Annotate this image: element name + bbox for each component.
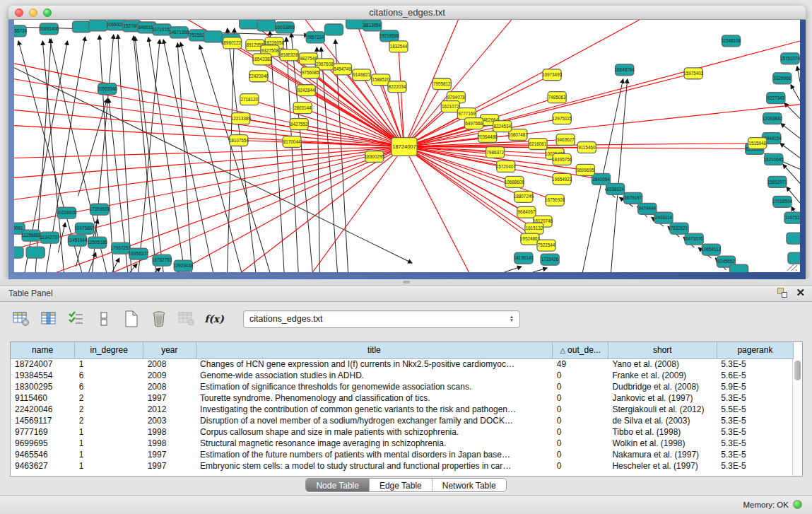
- network-edge[interactable]: [228, 28, 235, 272]
- network-node[interactable]: [729, 264, 748, 272]
- network-node[interactable]: [788, 252, 800, 264]
- network-node[interactable]: 18807249: [514, 191, 534, 202]
- table-row[interactable]: 1872400712008Changes of HCN gene express…: [11, 358, 794, 370]
- network-node[interactable]: 1588520: [372, 74, 390, 86]
- network-node[interactable]: 12505185: [88, 237, 108, 248]
- network-node[interactable]: 20891406: [39, 23, 59, 35]
- network-node[interactable]: 10975887: [74, 223, 95, 234]
- network-node[interactable]: 11342737: [40, 232, 59, 243]
- network-node[interactable]: 11451944: [68, 235, 88, 246]
- column-header-outde[interactable]: △out_de...: [553, 342, 608, 358]
- close-panel-icon[interactable]: ✕: [796, 288, 805, 298]
- network-node[interactable]: [346, 20, 365, 29]
- tab-node-table[interactable]: Node Table: [306, 479, 369, 491]
- network-node[interactable]: 16782753: [152, 255, 172, 266]
- network-node[interactable]: 8427552: [290, 119, 308, 130]
- new-table-button[interactable]: [122, 309, 141, 329]
- network-node[interactable]: 14671358: [169, 27, 189, 38]
- network-node[interactable]: 9463627: [556, 134, 575, 146]
- network-node[interactable]: 18495756: [552, 153, 572, 165]
- function-builder-button[interactable]: f(x): [204, 309, 224, 329]
- network-node[interactable]: 8224534: [493, 121, 512, 132]
- network-node[interactable]: 7955812: [433, 78, 451, 90]
- network-node[interactable]: 1515948: [748, 138, 767, 149]
- float-panel-icon[interactable]: [777, 288, 787, 298]
- network-edge[interactable]: [118, 35, 131, 272]
- network-node[interactable]: [72, 21, 90, 33]
- network-node[interactable]: 19654923: [552, 173, 572, 185]
- network-node[interactable]: 11548108: [722, 35, 741, 47]
- network-node[interactable]: 24055724: [14, 25, 28, 37]
- network-edge[interactable]: [317, 47, 319, 272]
- network-node[interactable]: 15720407: [496, 160, 517, 172]
- network-node[interactable]: 20206536: [57, 207, 77, 218]
- table-row[interactable]: 1938455462009Genome-wide association stu…: [11, 370, 794, 381]
- network-node[interactable]: [257, 20, 276, 31]
- network-node[interactable]: [204, 31, 222, 42]
- network-edge[interactable]: [404, 146, 469, 272]
- network-canvas[interactable]: 2405572420891406106532871527602846616010…: [14, 20, 800, 272]
- network-node[interactable]: 8186328: [280, 49, 298, 61]
- network-node[interactable]: [787, 233, 800, 244]
- network-node[interactable]: 7632621: [670, 223, 688, 234]
- import-table-button[interactable]: [177, 309, 196, 329]
- network-node[interactable]: 16958107: [129, 248, 149, 259]
- table-row[interactable]: 1830029562008Estimation of significance …: [11, 381, 794, 392]
- network-node[interactable]: 1167531: [784, 212, 800, 223]
- close-window-button[interactable]: [15, 8, 23, 17]
- network-node[interactable]: 9474444: [638, 203, 657, 214]
- network-edge[interactable]: [286, 37, 298, 272]
- network-node[interactable]: 1621072: [441, 101, 459, 112]
- zoom-window-button[interactable]: [43, 8, 52, 17]
- network-node[interactable]: 7522544: [537, 240, 555, 251]
- tab-network-table[interactable]: Network Table: [432, 479, 506, 491]
- network-node[interactable]: 15692971: [767, 176, 788, 187]
- network-node[interactable]: 2803144: [293, 103, 312, 114]
- network-node[interactable]: 8471676: [685, 233, 703, 245]
- network-node[interactable]: 9756085: [301, 67, 319, 78]
- network-node[interactable]: 16210645: [764, 153, 784, 165]
- network-node[interactable]: 8938924: [606, 183, 625, 194]
- network-node[interactable]: 8222034: [388, 81, 406, 93]
- network-node[interactable]: 9827548: [299, 53, 317, 64]
- network-node[interactable]: 12213389: [231, 113, 252, 124]
- scrollbar-thumb[interactable]: [794, 361, 801, 380]
- network-node[interactable]: 1832544: [389, 41, 408, 52]
- column-header-name[interactable]: name: [11, 342, 75, 358]
- network-node[interactable]: 6216061: [529, 139, 547, 150]
- network-edge[interactable]: [505, 267, 522, 272]
- network-node[interactable]: 16543382: [252, 54, 273, 65]
- network-node[interactable]: 7485063: [548, 92, 566, 103]
- network-node[interactable]: 10688609: [505, 176, 525, 187]
- row-height-button[interactable]: [94, 309, 114, 329]
- table-row[interactable]: 946554611997Estimation of the future num…: [11, 449, 794, 460]
- network-edge[interactable]: [114, 146, 404, 272]
- memory-ok-indicator[interactable]: [793, 500, 802, 509]
- network-hub-node[interactable]: 18724007: [392, 138, 417, 156]
- network-node[interactable]: 22420046: [249, 71, 269, 82]
- network-edge[interactable]: [533, 268, 547, 272]
- network-node[interactable]: 9115460: [577, 142, 596, 153]
- network-node[interactable]: 8813054: [363, 20, 382, 31]
- table-row[interactable]: 1456911722003Disruption of a novel membe…: [11, 415, 794, 426]
- network-node[interactable]: 15975403: [683, 68, 704, 79]
- column-header-indegree[interactable]: in_degree: [75, 342, 143, 358]
- network-edge[interactable]: [797, 66, 800, 82]
- network-edge[interactable]: [163, 40, 213, 272]
- network-node[interactable]: 1615132: [525, 223, 543, 234]
- network-node[interactable]: 9242844: [297, 85, 315, 96]
- network-node[interactable]: 18107554: [229, 135, 249, 146]
- table-settings-button[interactable]: [11, 309, 31, 329]
- network-edge[interactable]: [14, 95, 404, 147]
- network-node[interactable]: 10973493: [542, 69, 563, 81]
- table-select[interactable]: citations_edges.txt ▲▼: [243, 310, 520, 328]
- network-edge[interactable]: [399, 47, 404, 147]
- network-node[interactable]: 19218586: [379, 30, 400, 42]
- network-node[interactable]: 11156868: [22, 230, 42, 241]
- network-node[interactable]: 9227343: [767, 93, 785, 104]
- network-edge[interactable]: [781, 124, 800, 139]
- network-edge[interactable]: [14, 146, 404, 158]
- network-node[interactable]: 1640994: [592, 173, 610, 185]
- network-edge[interactable]: [791, 85, 800, 101]
- network-node[interactable]: [89, 20, 107, 31]
